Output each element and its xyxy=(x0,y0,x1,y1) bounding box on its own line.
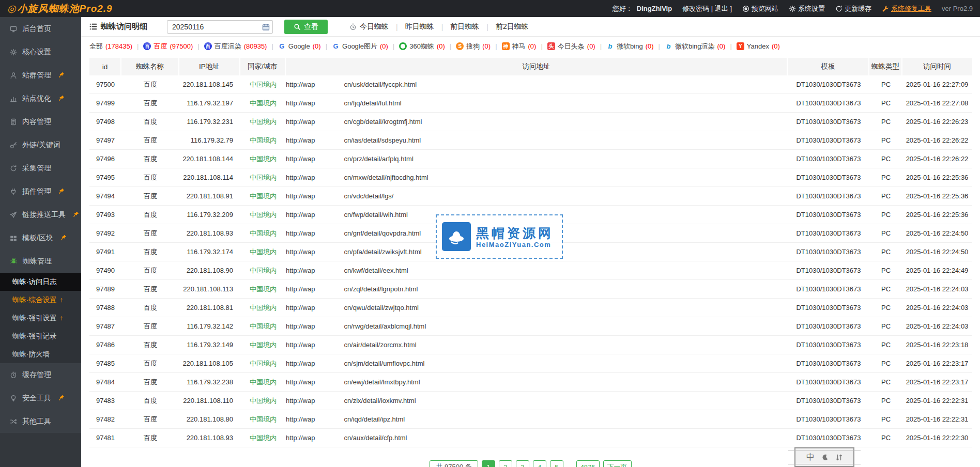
cell-url: http://wapcn/pfa/detail/zwiksjvft.html xyxy=(286,243,788,261)
sidebar-item-8[interactable]: 链接推送工具 xyxy=(0,203,81,226)
next-page-button[interactable]: 下一页 xyxy=(603,460,632,467)
ime-moon-icon[interactable] xyxy=(822,454,829,461)
topnav-1[interactable]: 系统设置 xyxy=(789,4,825,13)
topnav-3[interactable]: 系统修复工具 xyxy=(882,4,931,13)
bing-icon: b xyxy=(665,42,672,50)
sidebar-subitem-1[interactable]: 蜘蛛·综合设置↑ xyxy=(0,291,81,309)
sidebar-item-label: 蜘蛛管理 xyxy=(23,257,52,266)
sidebar-item-label: 后台首页 xyxy=(22,24,51,34)
filter-0[interactable]: 全部(178435) xyxy=(89,42,132,51)
pin-icon xyxy=(72,211,79,218)
topnav-0[interactable]: 预览网站 xyxy=(742,4,778,13)
cell-spider-name: 百度 xyxy=(121,392,179,410)
cell-type: PC xyxy=(869,150,902,168)
logo-text: 小旋风蜘蛛池Pro2.9 xyxy=(18,2,113,15)
col-header-4: 访问地址 xyxy=(286,58,788,75)
up-arrow-icon: ↑ xyxy=(60,314,64,322)
sidebar-subitem-4[interactable]: 蜘蛛·防火墙 xyxy=(0,345,81,363)
filter-2[interactable]: 百百度渲染(80935) xyxy=(204,42,267,51)
topnav-2[interactable]: 更新缓存 xyxy=(835,4,871,13)
account-links[interactable]: 修改密码 | 退出 ] xyxy=(682,4,732,13)
sidebar-item-4[interactable]: 内容管理 xyxy=(0,110,81,133)
filter-7[interactable]: 神神马(0) xyxy=(502,42,537,51)
filter-3[interactable]: GGoogle(0) xyxy=(278,42,321,50)
url-path: cn/sjm/detail/umfiovpc.html xyxy=(344,360,424,367)
sidebar-subitem-3[interactable]: 蜘蛛·强引记录 xyxy=(0,327,81,345)
cell-id: 97500 xyxy=(89,75,121,94)
page-5[interactable]: 5 xyxy=(550,460,563,467)
cell-time: 2025-01-16 22:24:03 xyxy=(902,299,972,317)
cell-url: http://wapcn/air/detail/zorcmx.html xyxy=(286,336,788,354)
sidebar-subitem-label: 蜘蛛·访问日志 xyxy=(12,277,57,287)
sidebar-item-10[interactable]: 蜘蛛管理 xyxy=(0,250,81,273)
quick-link-2[interactable]: 前日蜘蛛 xyxy=(450,22,479,32)
page-1[interactable]: 1 xyxy=(482,460,495,467)
quick-link-1[interactable]: 昨日蜘蛛 xyxy=(405,22,434,32)
calendar-icon[interactable] xyxy=(262,23,270,31)
url-prefix: http://wap xyxy=(286,304,315,312)
url-path: cn/qwu/detail/zwjtqo.html xyxy=(344,304,419,312)
cell-url: http://wapcn/usk/detail/fyccpk.html xyxy=(286,75,788,94)
sidebar-item-12[interactable]: 安全工具 xyxy=(0,386,81,410)
page-3[interactable]: 3 xyxy=(516,460,529,467)
cell-ip: 116.179.32.142 xyxy=(179,317,240,335)
page-2[interactable]: 2 xyxy=(499,460,512,467)
sidebar-item-5[interactable]: 外链/关键词 xyxy=(0,133,81,157)
cell-url: http://wapcn/rwg/detail/axblcmqjl.html xyxy=(286,317,788,335)
filter-4[interactable]: GGoogle图片(0) xyxy=(332,42,388,51)
ime-language-bar[interactable]: 中 xyxy=(794,447,854,467)
cell-region: 中国境内 xyxy=(240,354,286,372)
separator: | xyxy=(393,42,394,50)
sidebar-item-9[interactable]: 模板/区块 xyxy=(0,226,81,250)
baidu-icon: 百 xyxy=(204,42,212,50)
page-4[interactable]: 4 xyxy=(533,460,546,467)
sidebar-item-1[interactable]: 核心设置 xyxy=(0,40,81,64)
cell-time: 2025-01-16 22:25:36 xyxy=(902,206,972,224)
filter-6[interactable]: S搜狗(0) xyxy=(456,42,491,51)
cell-type: PC xyxy=(869,299,902,317)
view-button[interactable]: 查看 xyxy=(284,20,328,34)
separator: | xyxy=(495,42,497,50)
filter-5[interactable]: 360蜘蛛(0) xyxy=(399,42,445,51)
ime-lang-label[interactable]: 中 xyxy=(806,452,815,463)
filter-11[interactable]: YYandex(0) xyxy=(737,42,780,50)
filter-1[interactable]: 百百度(97500) xyxy=(143,42,193,51)
cell-region: 中国境内 xyxy=(240,94,286,112)
username[interactable]: DingZhiVip xyxy=(637,5,672,12)
url-path: cn/mxw/detail/njftocdhg.html xyxy=(344,174,428,181)
filter-8[interactable]: 头今日头条(0) xyxy=(547,42,595,51)
cell-type: PC xyxy=(869,224,902,242)
date-input[interactable] xyxy=(167,20,273,34)
360-icon xyxy=(399,42,407,50)
separator: | xyxy=(326,42,327,50)
sidebar-item-6[interactable]: 采集管理 xyxy=(0,157,81,180)
sidebar-item-3[interactable]: 站点优化 xyxy=(0,87,81,110)
ime-toggle-icon[interactable] xyxy=(836,454,843,461)
search-icon xyxy=(294,23,301,30)
sidebar-subitem-0[interactable]: 蜘蛛·访问日志 xyxy=(0,273,81,291)
sidebar-subitem-2[interactable]: 蜘蛛·强引设置↑ xyxy=(0,309,81,327)
cell-ip: 220.181.108.114 xyxy=(179,168,240,186)
sidebar-item-0[interactable]: 后台首页 xyxy=(0,17,81,40)
url-path: cn/usk/detail/fyccpk.html xyxy=(344,81,417,88)
cell-type: PC xyxy=(869,354,902,372)
url-prefix: http://wap xyxy=(286,341,315,349)
sidebar-item-11[interactable]: 缓存管理 xyxy=(0,363,81,386)
filter-10[interactable]: b微软bing渲染(0) xyxy=(665,42,725,51)
cell-url: http://wapcn/qwu/detail/zwjtqo.html xyxy=(286,299,788,317)
page-last[interactable]: 4875 xyxy=(576,460,600,467)
cell-time: 2025-01-16 22:24:50 xyxy=(902,243,972,261)
cell-spider-name: 百度 xyxy=(121,410,179,428)
sidebar-item-2[interactable]: 站群管理 xyxy=(0,64,81,87)
filter-9[interactable]: b微软bing(0) xyxy=(606,42,653,51)
quick-link-0[interactable]: 今日蜘蛛 xyxy=(349,22,389,32)
sidebar-item-13[interactable]: 其他工具 xyxy=(0,410,81,433)
url-path: cn/ias/detail/sdspeyu.html xyxy=(344,136,421,144)
url-path: cn/zlx/detail/ioxkmv.html xyxy=(344,397,416,404)
spider-submenu: 蜘蛛·访问日志蜘蛛·综合设置↑蜘蛛·强引设置↑蜘蛛·强引记录蜘蛛·防火墙 xyxy=(0,273,81,363)
cell-url: http://wapcn/iqd/detail/ipz.html xyxy=(286,410,788,428)
quick-link-3[interactable]: 前2日蜘蛛 xyxy=(496,22,529,32)
filter-label: 百度 xyxy=(154,42,167,51)
cell-region: 中国境内 xyxy=(240,280,286,298)
sidebar-item-7[interactable]: 插件管理 xyxy=(0,180,81,203)
